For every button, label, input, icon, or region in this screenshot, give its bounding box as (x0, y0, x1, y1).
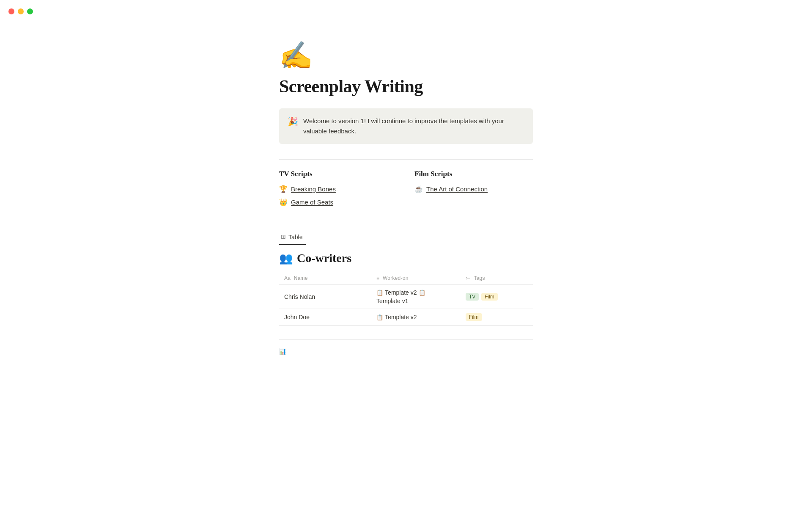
row-2-tags-cell: Film (466, 313, 528, 321)
row-1-tags-cell: TV Film (466, 293, 528, 301)
row-2-worked-on-cell: 📋 Template v2 (376, 314, 455, 320)
tv-script-emoji-1: 🏆 (279, 185, 288, 193)
template-icon-3: 📋 (376, 314, 383, 320)
col-header-worked-on[interactable]: ≡ Worked-on (371, 272, 461, 285)
scripts-section: TV Scripts 🏆 Breaking Bones 👑 Game of Se… (279, 170, 533, 211)
callout-box: 🎉 Welcome to version 1! I will continue … (279, 108, 533, 144)
page-icon: ✍️ (279, 42, 533, 69)
tv-script-link-1[interactable]: Breaking Bones (291, 185, 336, 193)
row-1-tags: TV Film (461, 285, 533, 309)
main-content: ✍️ Screenplay Writing 🎉 Welcome to versi… (254, 0, 558, 381)
row-1-worked-on-cell: 📋 Template v2 📋 Template v1 (376, 289, 455, 304)
tv-script-item-1[interactable]: 🏆 Breaking Bones (279, 185, 398, 193)
cowriters-table: Aa Name ≡ Worked-on ≔ Tags Chris N (279, 272, 533, 326)
col-worked-on-label: Worked-on (383, 275, 409, 281)
bottom-section-icon: 📊 (279, 348, 286, 355)
col-header-tags[interactable]: ≔ Tags (461, 272, 533, 285)
row-1-name: Chris Nolan (279, 285, 371, 309)
table-row[interactable]: Chris Nolan 📋 Template v2 📋 Template v1 (279, 285, 533, 309)
film-script-item-1[interactable]: ☕ The Art of Connection (414, 185, 533, 193)
view-tab-table[interactable]: ⊞ Table (279, 232, 306, 245)
name-col-icon: Aa (284, 275, 291, 281)
tv-script-link-2[interactable]: Game of Seats (291, 199, 333, 206)
col-header-name[interactable]: Aa Name (279, 272, 371, 285)
film-script-emoji-1: ☕ (414, 185, 423, 193)
tag-film-2[interactable]: Film (466, 313, 482, 321)
table-section: ⊞ Table 👥 Co-writers Aa Name ≡ Worked-on (279, 232, 533, 355)
tv-script-item-2[interactable]: 👑 Game of Seats (279, 198, 398, 206)
row-1-worked-on-item-1[interactable]: 📋 Template v2 (376, 289, 417, 296)
tag-film-1[interactable]: Film (481, 293, 498, 301)
worked-on-col-icon: ≡ (376, 275, 379, 281)
tag-tv[interactable]: TV (466, 293, 479, 301)
row-1-worked-on-item-2[interactable]: Template v1 (376, 298, 408, 304)
bottom-section: 📊 (279, 340, 533, 355)
row-2-template-1-label: Template v2 (385, 314, 417, 320)
traffic-light-yellow[interactable] (18, 8, 24, 14)
cowriters-title: 👥 Co-writers (279, 251, 533, 265)
table-view-icon: ⊞ (281, 233, 286, 240)
table-header-row: Aa Name ≡ Worked-on ≔ Tags (279, 272, 533, 285)
row-2-tags: Film (461, 309, 533, 326)
film-script-link-1[interactable]: The Art of Connection (426, 185, 488, 193)
divider-1 (279, 159, 533, 160)
film-scripts-column: Film Scripts ☕ The Art of Connection (414, 170, 533, 211)
tags-col-icon: ≔ (466, 275, 471, 281)
col-name-label: Name (294, 275, 308, 281)
view-tab-label: Table (288, 234, 302, 240)
cowriters-icon: 👥 (279, 252, 293, 265)
traffic-light-red[interactable] (8, 8, 14, 14)
table-row[interactable]: John Doe 📋 Template v2 Film (279, 309, 533, 326)
callout-icon: 🎉 (288, 116, 298, 127)
traffic-lights (8, 8, 33, 14)
row-2-worked-on-item-1[interactable]: 📋 Template v2 (376, 314, 417, 320)
tv-scripts-column: TV Scripts 🏆 Breaking Bones 👑 Game of Se… (279, 170, 398, 211)
film-scripts-heading: Film Scripts (414, 170, 533, 178)
row-1-worked-on: 📋 Template v2 📋 Template v1 (371, 285, 461, 309)
cowriters-title-text: Co-writers (297, 251, 351, 265)
traffic-light-green[interactable] (27, 8, 33, 14)
callout-text: Welcome to version 1! I will continue to… (303, 116, 524, 136)
row-1-template-2-label: Template v1 (376, 298, 408, 304)
template-icon-2: 📋 (419, 290, 425, 296)
col-tags-label: Tags (474, 275, 485, 281)
template-icon-1: 📋 (376, 290, 383, 296)
row-2-name: John Doe (279, 309, 371, 326)
row-2-worked-on: 📋 Template v2 (371, 309, 461, 326)
page-title: Screenplay Writing (279, 76, 533, 97)
row-1-template-1-label: Template v2 (385, 289, 417, 296)
tv-scripts-heading: TV Scripts (279, 170, 398, 178)
tv-script-emoji-2: 👑 (279, 198, 288, 206)
